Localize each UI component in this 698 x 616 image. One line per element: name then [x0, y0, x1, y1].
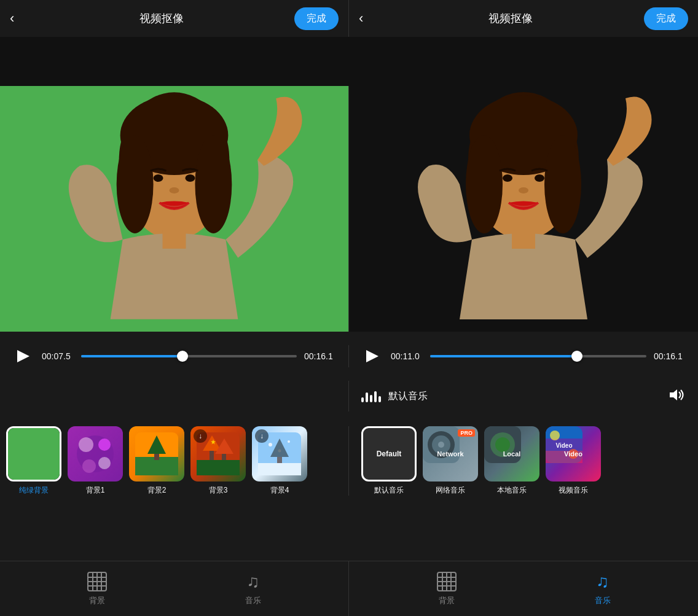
right-music-tab-icon: ♫ [596, 572, 609, 591]
svg-point-6 [185, 174, 195, 182]
thumb-local-label: 本地音乐 [497, 485, 527, 496]
thumb-network-img: Network PRO [423, 426, 478, 481]
thumb-bg2[interactable]: 背景2 [129, 426, 184, 496]
bg2-svg [135, 432, 178, 475]
thumb-local-music[interactable]: Local 本地音乐 [484, 426, 539, 496]
left-slider-fill [81, 355, 182, 357]
right-play-button[interactable] [361, 345, 383, 367]
network-pro-badge: PRO [458, 429, 475, 437]
left-video-panel [0, 86, 349, 332]
bar2 [366, 392, 368, 402]
right-slider[interactable] [430, 355, 646, 357]
right-tab-panel: 背景 ♫ 音乐 [349, 561, 698, 616]
volume-icon [669, 388, 686, 402]
left-bg-tab-icon [87, 572, 107, 591]
thumb-network-label: 网络音乐 [436, 485, 465, 496]
left-person-svg [0, 86, 348, 332]
local-bg-svg [484, 426, 521, 463]
left-back-button[interactable]: ‹ [10, 10, 28, 26]
left-thumb-panel: 纯绿背景 背景1 [0, 426, 349, 496]
thumb-bg1[interactable]: 背景1 [68, 426, 123, 496]
right-grid-svg [438, 573, 455, 590]
thumb-bg4[interactable]: ↓ 背景4 [252, 426, 307, 496]
thumb-default-label: 默认音乐 [374, 485, 404, 496]
right-play-icon [366, 350, 378, 362]
network-bg-svg [423, 426, 460, 463]
svg-point-20 [98, 439, 111, 451]
svg-point-5 [154, 174, 163, 182]
svg-rect-26 [154, 454, 159, 460]
thumb-green-label: 纯绿背景 [19, 485, 49, 496]
right-back-button[interactable]: ‹ [359, 10, 377, 26]
right-thumb-panel: Default 默认音乐 Network PRO 网络音乐 [349, 426, 698, 496]
left-tab-background[interactable]: 背景 [87, 572, 107, 606]
right-nav-bar: ‹ 视频抠像 完成 [349, 0, 698, 37]
thumb-green-img [6, 426, 61, 481]
bottom-tabs: 背景 ♫ 音乐 背景 ♫ 音乐 [0, 561, 698, 616]
network-music-text: Network [437, 450, 463, 458]
bg3-download-badge: ↓ [194, 429, 207, 443]
thumb-default-music[interactable]: Default 默认音乐 [361, 426, 417, 496]
bg2-color-block [129, 426, 184, 481]
music-title: 默认音乐 [388, 390, 428, 403]
thumb-bg3[interactable]: ↓ 背景3 [190, 426, 246, 496]
right-video-content [349, 86, 698, 332]
controls-area: 00:07.5 00:16.1 00:11.0 00:16.1 [0, 332, 698, 381]
svg-point-22 [98, 457, 111, 469]
right-person-svg [349, 86, 698, 332]
svg-text:Video: Video [555, 442, 572, 449]
left-controls: 00:07.5 00:16.1 [12, 345, 349, 367]
left-music-tab-icon: ♫ [246, 572, 259, 591]
right-title: 视频抠像 [488, 11, 533, 26]
music-bars-icon [361, 390, 381, 402]
thumb-video-img: Video Video [546, 426, 601, 481]
svg-point-12 [466, 135, 503, 233]
thumbnails-area: 纯绿背景 背景1 [0, 411, 698, 510]
right-slider-fill [430, 355, 577, 357]
bar1 [361, 397, 364, 402]
svg-rect-32 [222, 454, 226, 460]
thumb-bg1-img [68, 426, 123, 481]
left-play-icon [17, 350, 29, 362]
bg1-svg [74, 432, 117, 475]
thumb-bg3-label: 背景3 [209, 485, 228, 496]
left-play-button[interactable] [12, 345, 34, 367]
thumb-video-music[interactable]: Video Video 视频音乐 [546, 426, 601, 496]
svg-point-19 [79, 437, 93, 452]
music-label-content: 默认音乐 [349, 388, 698, 404]
left-done-button[interactable]: 完成 [294, 7, 339, 30]
svg-point-14 [503, 174, 512, 182]
svg-rect-28 [197, 460, 240, 475]
right-tab-music[interactable]: ♫ 音乐 [595, 572, 611, 606]
right-slider-track [430, 355, 646, 357]
video-bg-svg: Video [546, 426, 582, 463]
svg-point-7 [170, 187, 179, 193]
svg-point-36 [269, 443, 272, 446]
left-grid-svg [88, 573, 106, 590]
bg1-color-block [68, 426, 123, 481]
left-slider[interactable] [81, 355, 297, 357]
thumb-bg2-img [129, 426, 184, 481]
volume-control[interactable] [669, 388, 686, 404]
left-bg-tab-label: 背景 [89, 595, 105, 606]
right-controls: 00:11.0 00:16.1 [349, 345, 686, 367]
right-done-button[interactable]: 完成 [644, 7, 688, 30]
left-slider-thumb[interactable] [177, 351, 188, 362]
black-bar-top [0, 37, 698, 86]
right-bg-tab-label: 背景 [439, 595, 455, 606]
svg-point-51 [550, 431, 560, 440]
thumb-pure-green[interactable]: 纯绿背景 [6, 426, 61, 496]
thumb-network-music[interactable]: Network PRO 网络音乐 [423, 426, 478, 496]
svg-point-37 [288, 440, 290, 443]
thumb-bg4-label: 背景4 [270, 485, 289, 496]
green-color-block [8, 428, 60, 480]
right-slider-thumb[interactable] [571, 351, 582, 362]
right-music-tab-label: 音乐 [595, 595, 611, 606]
right-tab-background[interactable]: 背景 [437, 572, 457, 606]
svg-point-13 [544, 135, 581, 233]
left-tab-music[interactable]: ♫ 音乐 [245, 572, 261, 606]
bg4-download-badge: ↓ [255, 429, 269, 443]
svg-point-15 [535, 174, 544, 182]
svg-rect-17 [512, 230, 535, 249]
thumb-video-label: 视频音乐 [559, 485, 588, 496]
